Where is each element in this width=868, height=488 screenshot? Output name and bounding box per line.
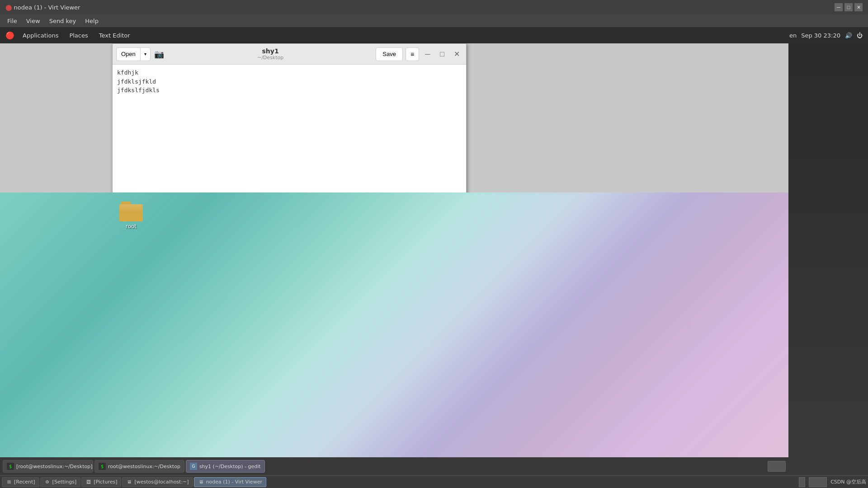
settings-icon: ⚙ [44, 479, 51, 485]
power-icon[interactable]: ⏻ [857, 32, 863, 39]
folder-icon [119, 202, 143, 221]
terminal2-icon: $ [99, 463, 106, 470]
inner-places[interactable]: Places [66, 31, 90, 40]
close-button[interactable]: ✕ [854, 3, 863, 11]
taskbar-terminal[interactable]: $ [root@westoslinux:~/Desktop] [3, 460, 93, 473]
menu-view[interactable]: View [23, 17, 44, 25]
open-button[interactable]: Open [117, 48, 140, 61]
taskbar-gedit[interactable]: G shy1 (~/Desktop) - gedit [186, 460, 265, 473]
open-button-group: Open ▾ [116, 47, 151, 61]
app-icon: ⬤ [5, 4, 12, 11]
inner-topbar-left: 🔴 Applications Places Text Editor [5, 31, 133, 40]
maximize-button[interactable]: □ [844, 3, 853, 11]
taskbar-terminal-2[interactable]: $ root@westoslinux:~/Desktop [94, 460, 184, 473]
desktop-bg: root [0, 192, 788, 457]
outer-window: ⬤ nodea (1) - Virt Viewer ─ □ ✕ File Vie… [0, 0, 868, 488]
gedit-taskbar-icon: G [190, 463, 197, 470]
bottom-taskbar: ⊞ [Recent] ⚙ [Settings] 🖼 [Pictures] 🖥 [… [0, 475, 868, 488]
title-bar-title: nodea (1) - Virt Viewer [14, 4, 80, 11]
terminal-icon: $ [7, 463, 14, 470]
open-dropdown-arrow[interactable]: ▾ [140, 48, 150, 61]
gedit-path: ~/Desktop [257, 55, 283, 61]
right-panel [788, 43, 868, 475]
bottom-task-westos[interactable]: 🖥 [westos@localhost:~] [122, 477, 193, 487]
recent-icon: ⊞ [6, 479, 12, 485]
inner-applications[interactable]: Applications [20, 31, 61, 40]
westos-icon: 🖥 [126, 479, 132, 485]
inner-text-editor[interactable]: Text Editor [96, 31, 133, 40]
gedit-maximize-button[interactable]: □ [436, 48, 448, 60]
inner-datetime: Sep 30 23:20 [801, 32, 840, 39]
minimize-button[interactable]: ─ [835, 3, 843, 11]
vm-taskbar: $ [root@westoslinux:~/Desktop] $ root@we… [0, 457, 788, 475]
desktop-icons: root [104, 192, 788, 239]
speaker-icon: 🔊 [845, 32, 852, 39]
bottom-right: CSDN @空后高 [799, 477, 866, 487]
title-bar-controls: ─ □ ✕ [835, 3, 863, 11]
vm-inner: 🔴 Applications Places Text Editor en Sep… [0, 27, 868, 475]
gedit-header: Open ▾ 📷 shy1 ~/Desktop Save ≡ ─ □ ✕ [113, 44, 466, 65]
virt-icon: 🖥 [198, 479, 204, 485]
folder-label: root [126, 223, 137, 230]
menu-help[interactable]: Help [81, 17, 102, 25]
title-bar-left: ⬤ nodea (1) - Virt Viewer [5, 4, 80, 11]
pictures-icon: 🖼 [85, 479, 92, 485]
screenshot-button[interactable]: 📷 [153, 48, 165, 60]
gedit-close-button[interactable]: ✕ [451, 48, 462, 60]
desktop-icon-root[interactable]: root [113, 202, 149, 230]
inner-topbar: 🔴 Applications Places Text Editor en Sep… [0, 27, 868, 43]
hamburger-menu-button[interactable]: ≡ [406, 47, 419, 61]
bottom-task-recent[interactable]: ⊞ [Recent] [2, 477, 39, 487]
title-bar: ⬤ nodea (1) - Virt Viewer ─ □ ✕ [0, 0, 868, 14]
bottom-task-pictures[interactable]: 🖼 [Pictures] [81, 477, 121, 487]
inner-topbar-right: en Sep 30 23:20 🔊 ⏻ [789, 32, 863, 39]
folder-shine [119, 204, 143, 221]
vm-display: 🔴 Applications Places Text Editor en Sep… [0, 27, 868, 475]
save-button[interactable]: Save [376, 47, 403, 61]
menu-file[interactable]: File [4, 17, 21, 25]
taskbar-box [768, 461, 786, 472]
redhat-icon: 🔴 [5, 31, 14, 40]
gedit-title-area: shy1 ~/Desktop [168, 47, 373, 61]
app-menu-bar: File View Send key Help [0, 14, 868, 27]
bottom-box [809, 477, 827, 487]
show-desktop-button[interactable] [799, 477, 805, 487]
bottom-right-label: CSDN @空后高 [830, 479, 866, 485]
bottom-task-virt[interactable]: 🖥 nodea (1) - Virt Viewer [194, 477, 266, 487]
bottom-task-settings[interactable]: ⚙ [Settings] [40, 477, 81, 487]
inner-language: en [789, 32, 797, 39]
menu-send-key[interactable]: Send key [46, 17, 80, 25]
gedit-filename: shy1 [262, 47, 279, 55]
gedit-minimize-button[interactable]: ─ [422, 48, 434, 60]
